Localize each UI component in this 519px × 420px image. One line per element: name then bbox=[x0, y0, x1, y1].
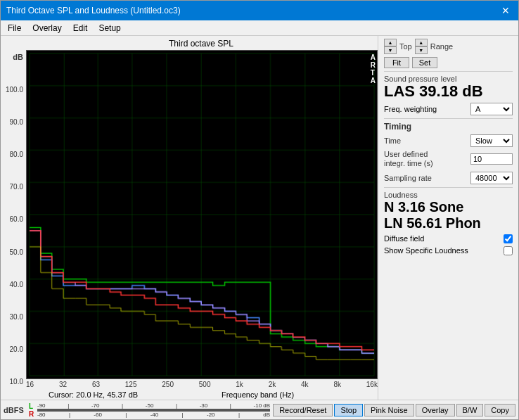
menu-bar: File Overlay Edit Setup bbox=[1, 20, 518, 36]
time-row: Time Slow Fast Impulse bbox=[384, 134, 513, 147]
time-label: Time bbox=[384, 136, 401, 145]
y-tick-10: 10.0 bbox=[10, 378, 23, 386]
fit-button[interactable]: Fit bbox=[384, 57, 409, 68]
top-control: ▲ ▼ Top bbox=[384, 39, 412, 54]
cursor-freq-row: Cursor: 20.0 Hz, 45.37 dB Frequency band… bbox=[26, 390, 378, 400]
range-down-button[interactable]: ▼ bbox=[415, 46, 428, 54]
pink-noise-button[interactable]: Pink Noise bbox=[364, 404, 414, 416]
bottom-section: dBFS L -90|-70|-50|-30|-10 dB R bbox=[1, 400, 518, 419]
diffuse-field-label: Diffuse field bbox=[384, 234, 424, 243]
x-axis: 16 32 63 125 250 500 1k 2k 4k 8k 16k bbox=[26, 379, 378, 390]
diffuse-field-checkbox[interactable] bbox=[504, 234, 513, 243]
set-button[interactable]: Set bbox=[412, 57, 437, 68]
chart-with-axis: dB 100.0 90.0 80.0 70.0 60.0 50.0 40.0 3… bbox=[4, 50, 378, 400]
x-tick-16k: 16k bbox=[366, 381, 378, 388]
bw-button[interactable]: B/W bbox=[456, 404, 484, 416]
loudness-value1: N 3.16 Sone bbox=[384, 199, 513, 215]
x-axis-labels: 16 32 63 125 250 500 1k 2k 4k 8k 16k bbox=[26, 381, 378, 388]
spl-value: LAS 39.18 dB bbox=[384, 83, 513, 100]
close-button[interactable]: ✕ bbox=[499, 4, 513, 18]
channel-r-label: R bbox=[29, 410, 36, 418]
main-content: Third octave SPL dB 100.0 90.0 80.0 70.0… bbox=[1, 36, 518, 400]
dbfs-label: dBFS bbox=[4, 406, 26, 414]
copy-button[interactable]: Copy bbox=[485, 404, 515, 416]
fit-controls: Fit Set bbox=[384, 57, 513, 68]
top-up-button[interactable]: ▲ bbox=[384, 39, 397, 46]
title-bar: Third Octave SPL and Loudness (Untitled.… bbox=[1, 1, 518, 20]
top-label: Top bbox=[399, 42, 412, 51]
menu-file[interactable]: File bbox=[4, 22, 25, 34]
y-tick-40: 40.0 bbox=[10, 281, 23, 288]
y-tick-70: 70.0 bbox=[10, 183, 23, 191]
y-axis-label: dB bbox=[13, 53, 23, 61]
sampling-rate-select[interactable]: 48000 44100 96000 bbox=[470, 172, 513, 184]
dbfs-meters: L -90|-70|-50|-30|-10 dB R bbox=[29, 402, 270, 418]
x-tick-250: 250 bbox=[162, 381, 174, 388]
channel-l-label: L bbox=[29, 402, 36, 410]
x-tick-16: 16 bbox=[26, 381, 34, 388]
freq-weighting-select[interactable]: A B C Z bbox=[470, 103, 513, 115]
user-defined-row: User definedintegr. time (s) bbox=[384, 150, 513, 168]
right-panel: ▲ ▼ Top ▲ ▼ Range Fit Set bbox=[378, 36, 518, 400]
chart-area: Third octave SPL dB 100.0 90.0 80.0 70.0… bbox=[1, 36, 378, 400]
x-tick-500: 500 bbox=[199, 381, 211, 388]
main-window: Third Octave SPL and Loudness (Untitled.… bbox=[0, 0, 519, 420]
freq-band-label: Frequency band (Hz) bbox=[138, 390, 378, 399]
chart-canvas[interactable]: ARTA bbox=[26, 50, 378, 379]
x-tick-4k: 4k bbox=[301, 381, 309, 388]
top-down-button[interactable]: ▼ bbox=[384, 46, 397, 54]
show-specific-loudness-label: Show Specific Loudness bbox=[384, 246, 468, 255]
arta-label: ARTA bbox=[371, 53, 376, 84]
range-up-button[interactable]: ▲ bbox=[415, 39, 428, 46]
user-defined-input[interactable] bbox=[470, 153, 513, 165]
user-defined-label: User definedintegr. time (s) bbox=[384, 150, 433, 168]
y-axis: dB 100.0 90.0 80.0 70.0 60.0 50.0 40.0 3… bbox=[4, 50, 26, 400]
range-spin: ▲ ▼ bbox=[415, 39, 429, 54]
range-control: ▲ ▼ Range bbox=[415, 39, 453, 54]
menu-setup[interactable]: Setup bbox=[94, 22, 124, 34]
y-tick-30: 30.0 bbox=[10, 313, 23, 321]
bottom-buttons: Record/Reset Stop Pink Noise Overlay B/W… bbox=[273, 404, 515, 416]
dbfs-row-l: L -90|-70|-50|-30|-10 dB bbox=[29, 402, 270, 410]
dbfs-bar-r bbox=[37, 410, 270, 412]
loudness-section: Loudness N 3.16 Sone LN 56.61 Phon bbox=[384, 187, 513, 231]
show-specific-loudness-checkbox[interactable] bbox=[504, 246, 513, 255]
y-tick-60: 60.0 bbox=[10, 215, 23, 223]
chart-and-x: ARTA 16 32 63 125 250 500 1k 2k bbox=[26, 50, 378, 400]
overlay-button[interactable]: Overlay bbox=[416, 404, 455, 416]
dbfs-row-r: R -80|-60|-40|-20|dB bbox=[29, 410, 270, 418]
x-tick-125: 125 bbox=[125, 381, 137, 388]
y-tick-20: 20.0 bbox=[10, 345, 23, 353]
chart-title: Third octave SPL bbox=[25, 39, 378, 49]
diffuse-field-row: Diffuse field bbox=[384, 234, 513, 243]
y-tick-50: 50.0 bbox=[10, 248, 23, 256]
loudness-title: Loudness bbox=[384, 191, 513, 199]
x-tick-8k: 8k bbox=[333, 381, 341, 388]
x-tick-32: 32 bbox=[59, 381, 67, 388]
x-tick-1k: 1k bbox=[236, 381, 243, 388]
freq-weighting-label: Freq. weighting bbox=[384, 105, 437, 113]
timing-section-title: Timing bbox=[384, 118, 513, 132]
y-tick-100: 100.0 bbox=[6, 86, 23, 94]
spl-section: Sound pressure level LAS 39.18 dB Freq. … bbox=[384, 71, 513, 115]
sampling-rate-label: Sampling rate bbox=[384, 174, 432, 182]
top-controls: ▲ ▼ Top ▲ ▼ Range bbox=[384, 39, 513, 54]
cursor-info: Cursor: 20.0 Hz, 45.37 dB bbox=[49, 390, 138, 400]
time-select[interactable]: Slow Fast Impulse bbox=[470, 134, 513, 147]
x-tick-2k: 2k bbox=[269, 381, 276, 388]
menu-edit[interactable]: Edit bbox=[69, 22, 92, 34]
stop-button[interactable]: Stop bbox=[334, 404, 363, 416]
show-specific-loudness-row: Show Specific Loudness bbox=[384, 246, 513, 255]
x-tick-63: 63 bbox=[92, 381, 100, 388]
sampling-rate-row: Sampling rate 48000 44100 96000 bbox=[384, 172, 513, 184]
freq-weighting-row: Freq. weighting A B C Z bbox=[384, 103, 513, 115]
range-label: Range bbox=[430, 42, 453, 51]
y-tick-80: 80.0 bbox=[10, 151, 23, 158]
loudness-value2: LN 56.61 Phon bbox=[384, 215, 513, 231]
y-tick-90: 90.0 bbox=[10, 118, 23, 126]
menu-overlay[interactable]: Overlay bbox=[28, 22, 65, 34]
top-spin: ▲ ▼ bbox=[384, 39, 398, 54]
window-title: Third Octave SPL and Loudness (Untitled.… bbox=[6, 6, 181, 15]
record-reset-button[interactable]: Record/Reset bbox=[273, 404, 333, 416]
